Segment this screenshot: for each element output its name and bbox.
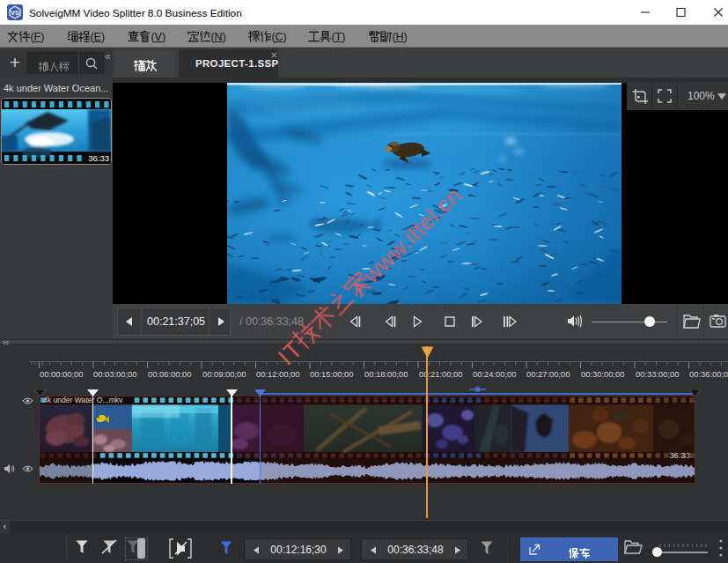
svg-text:36:33: 36:33 [88,153,109,163]
svg-text:00:03:00;00: 00:03:00;00 [93,369,137,379]
svg-text:00:36:00;00: 00:36:00;00 [689,369,728,379]
svg-text:00:27:00;00: 00:27:00;00 [526,369,570,379]
svg-text:00:15:00;00: 00:15:00;00 [310,369,354,379]
svg-text:36:33: 36:33 [669,450,690,460]
svg-text:00:06:00;00: 00:06:00;00 [148,369,192,379]
svg-text:00:33:00;00: 00:33:00;00 [636,369,680,379]
svg-text:VS: VS [11,10,19,16]
svg-text:00:00:00;00: 00:00:00;00 [40,369,84,379]
svg-text:4k under Water O...mkv: 4k under Water O...mkv [43,396,123,404]
svg-text:00:09:00;00: 00:09:00;00 [202,369,246,379]
svg-text:00:18:00;00: 00:18:00;00 [364,369,408,379]
svg-text:00:30:00;00: 00:30:00;00 [581,369,625,379]
svg-text:00:12:00;00: 00:12:00;00 [256,369,300,379]
svg-text:00:24:00;00: 00:24:00;00 [473,369,517,379]
